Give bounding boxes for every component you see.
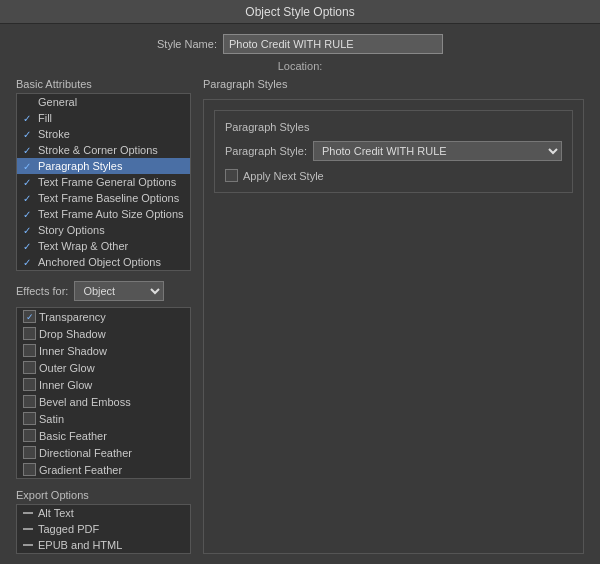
attr-list-item[interactable]: ✓Paragraph Styles <box>17 158 190 174</box>
effects-checkbox[interactable] <box>23 429 36 442</box>
paragraph-styles-section-title: Paragraph Styles <box>203 78 584 90</box>
attr-list-item[interactable]: ✓Text Wrap & Other <box>17 238 190 254</box>
attr-list-item[interactable]: ✓Text Frame Auto Size Options <box>17 206 190 222</box>
effects-for-label: Effects for: <box>16 285 68 297</box>
effects-for-row: Effects for: Object Text Stroke Fill <box>16 281 191 301</box>
effects-list-item[interactable]: Drop Shadow <box>17 325 190 342</box>
basic-attributes-section: Basic Attributes General✓Fill✓Stroke✓Str… <box>16 78 191 271</box>
para-style-row: Paragraph Style: Photo Credit WITH RULE <box>225 141 562 161</box>
main-content: Style Name: Location: Basic Attributes G… <box>0 24 600 564</box>
attr-item-label: Stroke <box>38 128 70 140</box>
left-column: Basic Attributes General✓Fill✓Stroke✓Str… <box>16 78 191 554</box>
check-icon: ✓ <box>23 257 35 268</box>
export-item-label: Alt Text <box>38 507 74 519</box>
effects-item-label: Drop Shadow <box>39 328 106 340</box>
two-col-layout: Basic Attributes General✓Fill✓Stroke✓Str… <box>16 78 584 554</box>
attr-list-item[interactable]: ✓Stroke <box>17 126 190 142</box>
dash-icon <box>23 512 33 514</box>
attr-list-item[interactable]: ✓Story Options <box>17 222 190 238</box>
style-name-input[interactable] <box>223 34 443 54</box>
attr-item-label: General <box>38 96 77 108</box>
check-icon: ✓ <box>23 193 35 204</box>
attr-list-item[interactable]: ✓Fill <box>17 110 190 126</box>
effects-list-item[interactable]: Basic Feather <box>17 427 190 444</box>
attr-item-label: Text Frame Auto Size Options <box>38 208 184 220</box>
effects-checkbox[interactable] <box>23 463 36 476</box>
attr-item-label: Fill <box>38 112 52 124</box>
export-section: Export Options Alt TextTagged PDFEPUB an… <box>16 489 191 554</box>
effects-list-item[interactable]: Satin <box>17 410 190 427</box>
check-icon: ✓ <box>23 129 35 140</box>
dialog-title: Object Style Options <box>245 5 354 19</box>
effects-checkbox[interactable] <box>23 344 36 357</box>
right-column: Paragraph Styles Paragraph Styles Paragr… <box>203 78 584 554</box>
effects-item-label: Outer Glow <box>39 362 95 374</box>
location-row: Location: <box>16 60 584 72</box>
attr-item-label: Text Frame Baseline Options <box>38 192 179 204</box>
effects-checkbox[interactable] <box>23 378 36 391</box>
check-icon: ✓ <box>23 161 35 172</box>
check-icon: ✓ <box>23 209 35 220</box>
attr-item-label: Paragraph Styles <box>38 160 122 172</box>
check-icon: ✓ <box>23 145 35 156</box>
effects-list-item[interactable]: Inner Glow <box>17 376 190 393</box>
effects-checkbox[interactable] <box>23 395 36 408</box>
apply-next-row: Apply Next Style <box>225 169 562 182</box>
effects-list-item[interactable]: Outer Glow <box>17 359 190 376</box>
effects-item-label: Basic Feather <box>39 430 107 442</box>
apply-next-label: Apply Next Style <box>243 170 324 182</box>
check-icon: ✓ <box>23 225 35 236</box>
basic-attributes-list[interactable]: General✓Fill✓Stroke✓Stroke & Corner Opti… <box>16 93 191 271</box>
check-icon: ✓ <box>23 177 35 188</box>
export-options-title: Export Options <box>16 489 191 501</box>
attr-item-label: Text Wrap & Other <box>38 240 128 252</box>
location-label: Location: <box>278 60 323 72</box>
attr-list-item[interactable]: ✓Text Frame General Options <box>17 174 190 190</box>
export-list-item: Alt Text <box>17 505 190 521</box>
check-icon: ✓ <box>23 113 35 124</box>
effects-checkbox[interactable] <box>23 412 36 425</box>
check-icon: ✓ <box>23 241 35 252</box>
effects-list-item[interactable]: Bevel and Emboss <box>17 393 190 410</box>
para-inner-title: Paragraph Styles <box>225 121 562 133</box>
effects-item-label: Transparency <box>39 311 106 323</box>
effects-list-item[interactable]: Gradient Feather <box>17 461 190 478</box>
style-name-label: Style Name: <box>157 38 217 50</box>
attr-list-item[interactable]: ✓Text Frame Baseline Options <box>17 190 190 206</box>
effects-checkbox[interactable] <box>23 361 36 374</box>
attr-list-item[interactable]: General <box>17 94 190 110</box>
effects-item-label: Satin <box>39 413 64 425</box>
effects-item-label: Inner Glow <box>39 379 92 391</box>
para-style-label: Paragraph Style: <box>225 145 307 157</box>
effects-list-item[interactable]: ✓Transparency <box>17 308 190 325</box>
attr-list-item[interactable]: ✓Stroke & Corner Options <box>17 142 190 158</box>
dash-icon <box>23 528 33 530</box>
apply-next-checkbox[interactable] <box>225 169 238 182</box>
effects-checkbox[interactable] <box>23 327 36 340</box>
attr-list-item[interactable]: ✓Anchored Object Options <box>17 254 190 270</box>
effects-checkbox[interactable] <box>23 446 36 459</box>
export-options-list: Alt TextTagged PDFEPUB and HTML <box>16 504 191 554</box>
effects-item-label: Inner Shadow <box>39 345 107 357</box>
effects-for-select[interactable]: Object Text Stroke Fill <box>74 281 164 301</box>
export-item-label: Tagged PDF <box>38 523 99 535</box>
effects-checkbox[interactable]: ✓ <box>23 310 36 323</box>
dash-icon <box>23 544 33 546</box>
style-name-row: Style Name: <box>16 34 584 54</box>
effects-item-label: Gradient Feather <box>39 464 122 476</box>
effects-item-label: Directional Feather <box>39 447 132 459</box>
attr-item-label: Text Frame General Options <box>38 176 176 188</box>
para-style-select[interactable]: Photo Credit WITH RULE <box>313 141 562 161</box>
attr-item-label: Story Options <box>38 224 105 236</box>
export-list-item: EPUB and HTML <box>17 537 190 553</box>
effects-item-label: Bevel and Emboss <box>39 396 131 408</box>
paragraph-styles-inner: Paragraph Styles Paragraph Style: Photo … <box>214 110 573 193</box>
paragraph-styles-panel: Paragraph Styles Paragraph Style: Photo … <box>203 99 584 554</box>
title-bar: Object Style Options <box>0 0 600 24</box>
attr-item-label: Anchored Object Options <box>38 256 161 268</box>
effects-list: ✓TransparencyDrop ShadowInner ShadowOute… <box>16 307 191 479</box>
effects-list-item[interactable]: Inner Shadow <box>17 342 190 359</box>
attr-item-label: Stroke & Corner Options <box>38 144 158 156</box>
effects-list-item[interactable]: Directional Feather <box>17 444 190 461</box>
export-item-label: EPUB and HTML <box>38 539 122 551</box>
